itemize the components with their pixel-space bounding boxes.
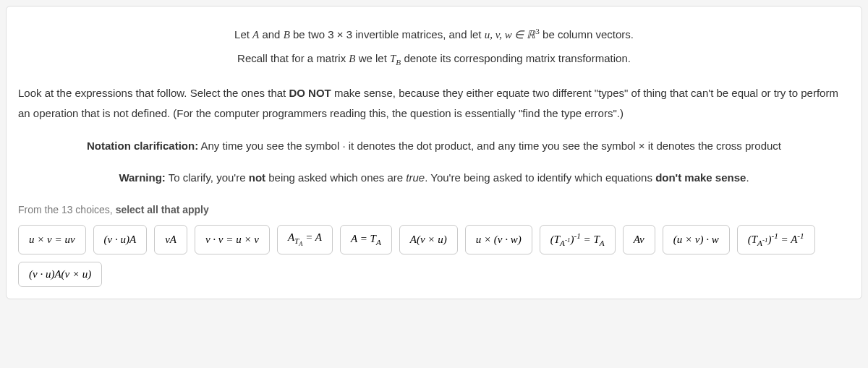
intro-line-2: Recall that for a matrix B we let TB den… <box>18 48 850 70</box>
choice-5[interactable]: ATA = A <box>277 225 333 254</box>
notation-clarification: Notation clarification: Any time you see… <box>18 136 850 157</box>
choice-10[interactable]: Av <box>623 225 655 254</box>
choice-7[interactable]: A(v × u) <box>399 225 458 254</box>
choices-container: u × v = uv(v · u)AvAv · v = u × vATA = A… <box>18 225 850 286</box>
instructions-paragraph: Look at the expressions that follow. Sel… <box>18 83 850 124</box>
choice-8[interactable]: u × (v · w) <box>465 225 532 254</box>
choice-12[interactable]: (TA-1)-1 = A-1 <box>737 225 815 254</box>
warning-note: Warning: To clarify, you're not being as… <box>18 168 850 189</box>
question-card: Let A and B be two 3 × 3 invertible matr… <box>6 6 862 299</box>
choice-11[interactable]: (u × v) · w <box>663 225 730 254</box>
choice-9[interactable]: (TA-1)-1 = TA <box>540 225 616 254</box>
choice-1[interactable]: u × v = uv <box>18 225 86 254</box>
choice-6[interactable]: A = TA <box>340 225 392 254</box>
choice-4[interactable]: v · v = u × v <box>195 225 270 254</box>
choice-3[interactable]: vA <box>154 225 187 254</box>
intro-block: Let A and B be two 3 × 3 invertible matr… <box>18 24 850 70</box>
choice-13[interactable]: (v · u)A(v × u) <box>18 262 102 287</box>
intro-line-1: Let A and B be two 3 × 3 invertible matr… <box>18 24 850 46</box>
select-hint: From the 13 choices, select all that app… <box>18 200 850 220</box>
choice-2[interactable]: (v · u)A <box>93 225 148 254</box>
